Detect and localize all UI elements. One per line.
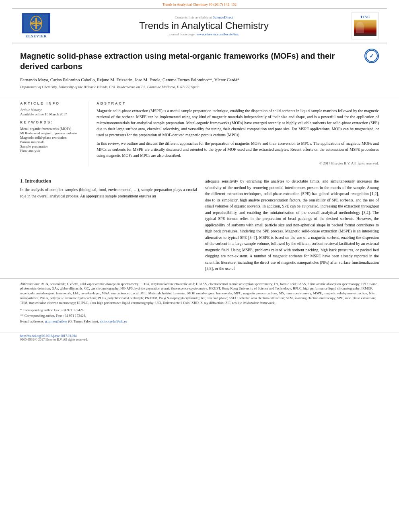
keyword-6: Flow analysis — [20, 149, 82, 153]
elsevier-logo: ELSEVIER — [20, 13, 52, 38]
article-title-container: ✓ Magnetic solid-phase extraction using … — [20, 51, 379, 72]
science-direct-link[interactable]: ScienceDirect — [213, 15, 233, 19]
email-label: E-mail addresses: — [20, 319, 44, 323]
abbreviations-text: ACN, acetonitrile; CVAAS, cold vapor ato… — [20, 282, 377, 305]
keywords-section: Keywords: Metal-organic frameworks (MOFs… — [20, 120, 82, 153]
journal-title: Trends in Analytical Chemistry — [56, 20, 352, 31]
article-history: Article history: Available online 18 Mar… — [20, 108, 82, 116]
homepage-text: journal homepage: — [169, 32, 195, 36]
article-header: ✓ Magnetic solid-phase extraction using … — [0, 43, 399, 97]
doi-link[interactable]: http://dx.doi.org/10.1016/j.trac.2017.03… — [20, 334, 77, 338]
abstract-paragraph-2: In this review, we outline and discuss t… — [97, 140, 379, 158]
elsevier-image — [22, 13, 50, 33]
journal-homepage: journal homepage: www.elsevier.com/locat… — [56, 32, 352, 36]
journal-header-center: Contents lists available at ScienceDirec… — [56, 15, 352, 36]
authors: Fernando Maya, Carlos Palomino Cabello, … — [20, 76, 379, 83]
keyword-3: Magnetic solid-phase extraction — [20, 136, 82, 140]
science-direct-line: Contents lists available at ScienceDirec… — [56, 15, 352, 19]
introduction-text-left: In the analysis of complex samples (biol… — [20, 187, 197, 199]
abbreviations-label: Abbreviations: — [20, 282, 40, 286]
crossmark[interactable]: ✓ — [364, 49, 379, 63]
keyword-5: Sample preparation — [20, 144, 82, 148]
introduction-left: 1. Introduction In the analysis of compl… — [20, 178, 197, 274]
email-author-1: G. Turnes Palomino — [69, 319, 97, 323]
available-online: Available online 18 March 2017 — [20, 112, 82, 116]
svg-text:✓: ✓ — [369, 53, 374, 59]
trac-decoration — [354, 20, 376, 36]
article-title: Magnetic solid-phase extraction using me… — [20, 51, 379, 72]
introduction-heading: 1. Introduction — [20, 178, 197, 184]
journal-header: ELSEVIER Contents lists available at Sci… — [12, 8, 387, 43]
intro-paragraph-right: adequate sensitivity by enriching the an… — [205, 178, 379, 272]
main-content: 1. Introduction In the analysis of compl… — [0, 174, 399, 278]
bottom-bar: http://dx.doi.org/10.1016/j.trac.2017.03… — [0, 332, 399, 343]
corresponding-author-1: * Corresponding author. Fax: +34 971 173… — [20, 308, 379, 313]
article-info-column: ARTICLE INFO Article history: Available … — [20, 101, 88, 166]
copyright: © 2017 Elsevier B.V. All rights reserved… — [97, 161, 379, 166]
email-link-2[interactable]: victor.cerda@uib.es — [100, 319, 127, 323]
contents-text: Contents lists available at — [175, 15, 212, 19]
top-citation-bar: Trends in Analytical Chemistry 90 (2017)… — [0, 0, 399, 8]
history-label: Article history: — [20, 108, 82, 112]
issn-text: 0165-9936/© 2017 Elsevier B.V. All right… — [20, 338, 88, 341]
abstract-paragraph-1: Magnetic solid-phase extraction (MSPE) i… — [97, 108, 379, 138]
homepage-url[interactable]: www.elsevier.com/locate/trac — [197, 32, 239, 36]
keywords-label: Keywords: — [20, 120, 82, 124]
email-line: E-mail addresses: g.turnes@uib.es (G. Tu… — [20, 319, 379, 324]
article-info-label: ARTICLE INFO — [20, 101, 82, 105]
elsevier-text: ELSEVIER — [25, 34, 47, 38]
email-link-1[interactable]: g.turnes@uib.es — [45, 319, 67, 323]
page-container: Trends in Analytical Chemistry 90 (2017)… — [0, 0, 399, 532]
crossmark-icon: ✓ — [364, 49, 379, 63]
svg-rect-3 — [31, 23, 42, 24]
footnote-section: Abbreviations: ACN, acetonitrile; CVAAS,… — [0, 278, 399, 328]
abstract-column: ABSTRACT Magnetic solid-phase extraction… — [97, 101, 379, 166]
introduction-right: adequate sensitivity by enriching the an… — [205, 178, 379, 274]
abstract-label: ABSTRACT — [97, 101, 379, 105]
keyword-4: Porous materials — [20, 140, 82, 144]
introduction-text-right: adequate sensitivity by enriching the an… — [205, 178, 379, 272]
citation-text: Trends in Analytical Chemistry 90 (2017)… — [162, 2, 237, 6]
abstract-text: Magnetic solid-phase extraction (MSPE) i… — [97, 108, 379, 166]
article-body: ARTICLE INFO Article history: Available … — [0, 97, 399, 170]
corresponding-author-2: ** Corresponding author. Fax: +34 971 17… — [20, 314, 379, 318]
keyword-2: MOF-derived magnetic porous carbons — [20, 131, 82, 135]
trac-logo: TrAC — [352, 12, 379, 39]
keyword-1: Metal-organic frameworks (MOFs) — [20, 127, 82, 131]
abbreviations: Abbreviations: ACN, acetonitrile; CVAAS,… — [20, 282, 379, 306]
intro-paragraph-1: In the analysis of complex samples (biol… — [20, 187, 197, 199]
trac-title: TrAC — [360, 15, 370, 19]
affiliation: Department of Chemistry, University of t… — [20, 85, 379, 89]
